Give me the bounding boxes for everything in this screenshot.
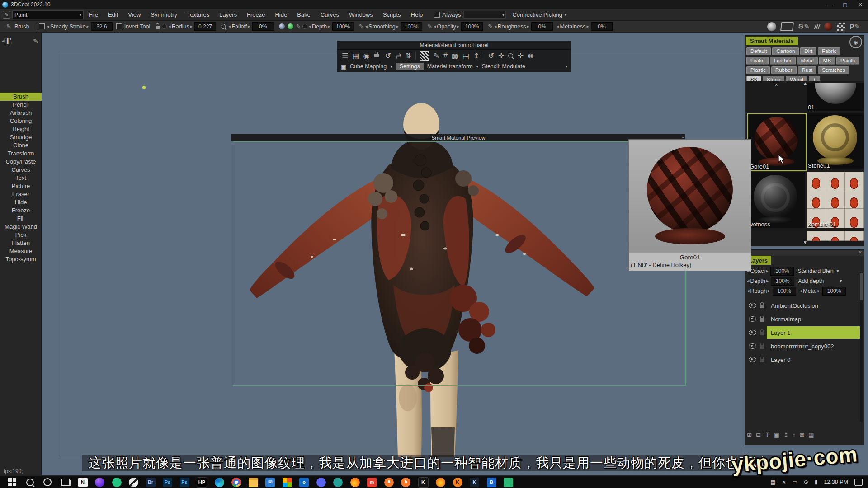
decrement-arrow-icon[interactable]: ◀ [494, 25, 496, 28]
close-button[interactable]: ✕ [853, 0, 868, 9]
layer-metal-value[interactable]: 100% [822, 287, 846, 296]
taskbar-app-icon[interactable] [231, 478, 241, 487]
pressure-lock-icon[interactable] [156, 26, 160, 29]
camera-icon[interactable]: ◉ [849, 36, 862, 48]
clock[interactable]: 12:38 PM [824, 479, 848, 485]
checker-texture-icon[interactable] [837, 23, 845, 31]
menu-symmetry[interactable]: Symmetry [146, 11, 182, 18]
room-select-combo[interactable]: Paint ▾ [12, 10, 84, 19]
tab-fabric[interactable]: Fabric [818, 47, 840, 55]
tool-item-topo-symm[interactable]: Topo-symm [0, 255, 42, 263]
taskbar-app-icon[interactable] [384, 478, 394, 487]
pencil-icon[interactable]: ✎ [33, 38, 38, 45]
taskbar-app-icon[interactable]: K [453, 478, 462, 487]
panorama-icon[interactable] [780, 22, 794, 31]
taskbar-app-icon[interactable]: N [78, 478, 88, 487]
steady-stroke-stepper[interactable]: ◀ Steady Stroke ▶ [47, 23, 89, 30]
taskbar-app-icon[interactable]: B [487, 478, 496, 487]
render-sphere-icon[interactable] [767, 22, 776, 31]
scroll-up-icon[interactable]: ⌃ [774, 84, 778, 90]
tab-plastic[interactable]: Plastic [746, 66, 770, 74]
increment-arrow-icon[interactable]: ▶ [766, 269, 768, 273]
menu-scripts[interactable]: Scripts [378, 11, 406, 18]
tool-item-smudge[interactable]: Smudge [0, 133, 42, 141]
tab-leaks[interactable]: Leaks [746, 57, 769, 65]
falloff-stepper[interactable]: ◀ Falloff ▶ [228, 23, 250, 30]
menu-edit[interactable]: Edit [103, 11, 123, 18]
tool-item-clone[interactable]: Clone [0, 141, 42, 150]
decrement-arrow-icon[interactable]: ◀ [365, 25, 368, 28]
increment-arrow-icon[interactable]: ▶ [527, 25, 529, 28]
taskbar-app-icon[interactable]: o [299, 478, 309, 487]
taskbar-app-icon[interactable] [283, 478, 292, 487]
mic-icon[interactable]: ⊙ [804, 479, 808, 485]
menu-help[interactable]: Help [406, 11, 428, 18]
tool-item-brush[interactable]: Brush [0, 93, 42, 101]
tweak-gear-icon[interactable]: ⚙✎ [798, 23, 810, 31]
increment-arrow-icon[interactable]: ▶ [190, 25, 193, 28]
layer-row-ambientocclusion[interactable]: AmbientOcclusion [745, 299, 864, 312]
zoom-icon[interactable] [508, 53, 513, 58]
pen-icon[interactable]: ✎ [359, 23, 364, 30]
decrement-arrow-icon[interactable]: ◀ [47, 25, 49, 28]
rotate-icon[interactable]: ↺ [488, 52, 494, 60]
smart-materials-tab[interactable]: Smart Materials [746, 37, 798, 45]
depth-value[interactable]: 100% [332, 22, 354, 31]
menu-hide[interactable]: Hide [270, 11, 292, 18]
tab-cartoon[interactable]: Cartoon [772, 47, 799, 55]
swap-horizontal-icon[interactable]: ⇄ [395, 52, 401, 60]
tool-item-text[interactable]: Text [0, 174, 42, 182]
tool-item-curves[interactable]: Curves [0, 166, 42, 174]
always-checkbox[interactable] [434, 12, 440, 18]
tool-item-freeze[interactable]: Freeze [0, 206, 42, 215]
increment-arrow-icon[interactable]: ▶ [457, 25, 459, 28]
maximize-button[interactable]: ▢ [837, 0, 853, 9]
taskbar-app-icon[interactable] [316, 478, 326, 487]
tool-item-copy-paste[interactable]: Copy/Paste [0, 158, 42, 166]
decrement-arrow-icon[interactable]: ◀ [747, 289, 749, 293]
roughness-value[interactable]: 0% [531, 22, 553, 31]
folder-up-icon[interactable]: ↥ [473, 52, 479, 60]
taskbar-search-icon[interactable] [24, 477, 35, 488]
material-thumb-wetness[interactable]: wetness [747, 172, 805, 228]
metalness-value[interactable]: 0% [591, 22, 613, 31]
paint-room-icon[interactable]: P✎ [849, 23, 860, 31]
layers-scrollbar[interactable] [860, 272, 863, 422]
invert-tool-checkbox[interactable] [116, 23, 122, 29]
increment-arrow-icon[interactable]: ▶ [328, 25, 330, 28]
tab-leather[interactable]: Leather [770, 57, 796, 65]
increment-arrow-icon[interactable]: ▶ [766, 279, 769, 283]
layer-row-layer1[interactable]: Layer 1 [745, 326, 864, 339]
pen-icon[interactable]: ✎ [427, 23, 432, 30]
move-up-icon[interactable]: ↥ [783, 432, 788, 438]
tray-expand-icon[interactable]: ∧ [782, 479, 786, 485]
material-thumb-01[interactable]: 01 [807, 83, 864, 111]
roughness-stepper[interactable]: ◀ Roughness ▶ [494, 23, 529, 30]
scroll-up-arrow-icon[interactable]: ▲ [803, 81, 807, 86]
decrement-arrow-icon[interactable]: ◀ [168, 25, 170, 28]
layer-row-layer0[interactable]: Layer 0 [745, 353, 864, 366]
pen-pressure-icon[interactable] [302, 24, 307, 29]
pan-icon[interactable]: ✛ [517, 52, 523, 60]
magnifier-icon[interactable] [221, 24, 226, 29]
increment-arrow-icon[interactable]: ▶ [587, 25, 589, 28]
sphere-falloff-icon[interactable] [279, 23, 285, 29]
taskbar-app-icon[interactable] [249, 478, 258, 487]
blend-mode-combo[interactable]: Standard Blen ▼ [797, 268, 840, 274]
cortana-icon[interactable] [42, 477, 53, 488]
steady-stroke-value[interactable]: 32.6 [91, 22, 113, 31]
taskbar-app-icon[interactable] [95, 478, 104, 487]
layer-depth-value[interactable]: 100% [771, 277, 794, 286]
tool-item-magic-wand[interactable]: Magic Wand [0, 223, 42, 231]
duplicate-layer-icon[interactable]: ▣ [774, 432, 779, 438]
swap-vertical-icon[interactable]: ⇅ [405, 52, 411, 60]
tool-item-pencil[interactable]: Pencil [0, 101, 42, 109]
tab-metal[interactable]: Metal [797, 57, 818, 65]
close-circle-icon[interactable]: ⊗ [528, 52, 533, 60]
steady-stroke-checkbox[interactable] [39, 23, 45, 29]
menu-layers[interactable]: Layers [214, 11, 242, 18]
material-thumb-zombie01[interactable]: Zombie-01 [807, 172, 864, 228]
settings-button[interactable]: Settings [396, 63, 424, 70]
add-folder-icon[interactable]: ⊟ [756, 432, 761, 438]
smart-material-preview-bar[interactable]: Smart Material Preview ▪ [231, 134, 685, 141]
